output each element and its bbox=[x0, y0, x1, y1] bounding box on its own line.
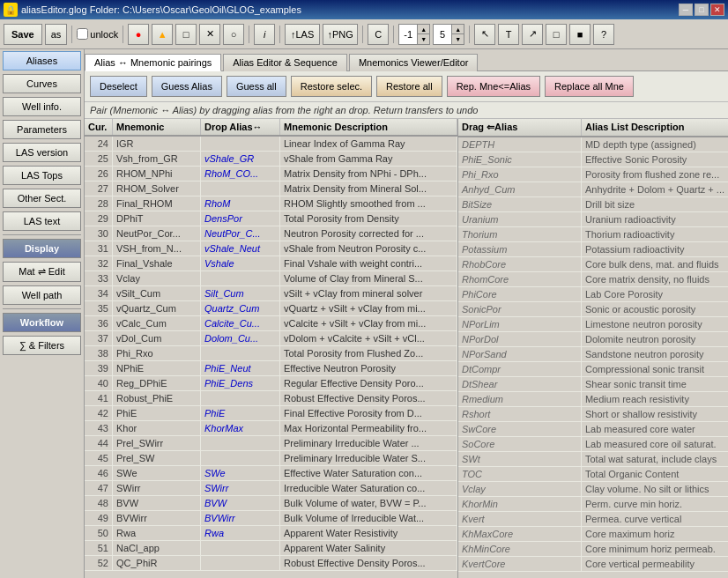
table-row[interactable]: 39 NPhiE PhiE_Neut Effective Neutron Por… bbox=[85, 361, 457, 376]
sidebar-item-workflow[interactable]: Workflow bbox=[3, 313, 81, 332]
table-row[interactable]: 40 Reg_DPhiE PhiE_Dens Regular Effective… bbox=[85, 376, 457, 391]
table-row[interactable]: 43 Khor KhorMax Max Horizontal Permeabil… bbox=[85, 421, 457, 436]
right-row[interactable]: RhobCore Core bulk dens, mat. and fluids bbox=[458, 257, 728, 272]
cell-drag-alias[interactable]: Potassium bbox=[458, 242, 582, 256]
sidebar-item-well-info[interactable]: Well info. bbox=[3, 97, 81, 116]
fill-icon[interactable]: ■ bbox=[569, 24, 591, 45]
table-row[interactable]: 26 RHOM_NPhi RhoM_CO... Matrix Density f… bbox=[85, 167, 457, 182]
right-row[interactable]: SoCore Lab measured core oil saturat. bbox=[458, 437, 728, 452]
table-row[interactable]: 38 Phi_Rxo Total Porosity from Flushed Z… bbox=[85, 346, 457, 361]
tab-mnemonics-viewer[interactable]: Mnemonics Viewer/Editor bbox=[349, 54, 479, 71]
cell-drag-alias[interactable]: Anhyd_Cum bbox=[458, 182, 582, 196]
cell-drag-alias[interactable]: KhMaxCore bbox=[458, 527, 582, 541]
cell-drag-alias[interactable]: Rmedium bbox=[458, 392, 582, 406]
sidebar-item-well-path[interactable]: Well path bbox=[3, 285, 81, 305]
toolbar-icon-i[interactable]: i bbox=[254, 24, 275, 45]
cell-drag-alias[interactable]: Phi_Rxo bbox=[458, 167, 582, 182]
toolbar-icon-circle[interactable]: ○ bbox=[223, 24, 244, 45]
right-row[interactable]: SonicPor Sonic or acoustic porosity bbox=[458, 302, 728, 317]
restore-selected-button[interactable]: Restore selec. bbox=[291, 76, 372, 97]
table-row[interactable]: 47 SWirr SWirr Irreducible Water Saturat… bbox=[85, 481, 457, 496]
right-row[interactable]: NPorDol Dolomite neutron porosity bbox=[458, 332, 728, 347]
sidebar-item-las-tops[interactable]: LAS Tops bbox=[3, 166, 81, 185]
sidebar-item-filters[interactable]: ∑ & Filters bbox=[3, 336, 81, 355]
cell-drag-alias[interactable]: RhomCore bbox=[458, 272, 582, 286]
cell-drag-alias[interactable]: NPorSand bbox=[458, 347, 582, 361]
right-row[interactable]: Rshort Short or shallow resistivity bbox=[458, 407, 728, 422]
right-row[interactable]: Phi_Rxo Porosity from flushed zone re... bbox=[458, 167, 728, 182]
table-row[interactable]: 52 QC_PhiR Robust Effective Density Poro… bbox=[85, 556, 457, 571]
save-button[interactable]: Save bbox=[4, 24, 42, 45]
cell-drag-alias[interactable]: PhiCore bbox=[458, 287, 582, 301]
sidebar-item-las-text[interactable]: LAS text bbox=[3, 211, 81, 231]
toolbar-icon-orange[interactable]: ▲ bbox=[152, 24, 173, 45]
right-row[interactable]: Rmedium Medium reach resistivity bbox=[458, 392, 728, 407]
table-row[interactable]: 37 vDol_Cum Dolom_Cu... vDolom + vCalcit… bbox=[85, 331, 457, 346]
cell-drag-alias[interactable]: PhiE_Sonic bbox=[458, 152, 582, 167]
right-row[interactable]: PhiE_Sonic Effective Sonic Porosity bbox=[458, 152, 728, 167]
cell-drag-alias[interactable]: DtShear bbox=[458, 377, 582, 391]
sidebar-item-display[interactable]: Display bbox=[3, 239, 81, 258]
cell-drag-alias[interactable]: SonicPor bbox=[458, 302, 582, 316]
toolbar-icon-square[interactable]: □ bbox=[175, 24, 197, 45]
cell-drag-alias[interactable]: KhMinCore bbox=[458, 542, 582, 556]
unlock-checkbox[interactable] bbox=[77, 28, 88, 40]
spin-down-2[interactable]: ▼ bbox=[451, 34, 464, 44]
right-row[interactable]: Kvert Permea. curve vertical bbox=[458, 512, 728, 527]
table-row[interactable]: 44 Prel_SWirr Preliminary Irreducible Wa… bbox=[85, 436, 457, 451]
cell-drag-alias[interactable]: SWt bbox=[458, 452, 582, 466]
right-row[interactable]: DtShear Shear sonic transit time bbox=[458, 377, 728, 392]
table-row[interactable]: 41 Robust_PhiE Robust Effective Density … bbox=[85, 391, 457, 406]
cell-drag-alias[interactable]: KvertCore bbox=[458, 557, 582, 571]
arrow-icon[interactable]: ↗ bbox=[522, 24, 543, 45]
guess-alias-button[interactable]: Guess Alias bbox=[152, 76, 222, 97]
right-row[interactable]: KvertCore Core vertical permeability bbox=[458, 557, 728, 572]
cell-drag-alias[interactable]: TOC bbox=[458, 467, 582, 481]
cell-drag-alias[interactable]: DEPTH bbox=[458, 137, 582, 152]
table-row[interactable]: 28 Final_RHOM RhoM RHOM Slightly smoothe… bbox=[85, 196, 457, 211]
right-row[interactable]: KhorMin Perm. curve min horiz. bbox=[458, 497, 728, 512]
right-row[interactable]: KhMinCore Core minimum horiz permeab. bbox=[458, 542, 728, 557]
table-row[interactable]: 25 Vsh_from_GR vShale_GR vShale from Gam… bbox=[85, 152, 457, 167]
cell-drag-alias[interactable]: Vclay bbox=[458, 482, 582, 496]
las-button[interactable]: ↑LAS bbox=[285, 24, 320, 45]
sidebar-item-aliases[interactable]: Aliases bbox=[3, 51, 81, 70]
png-button[interactable]: ↑PNG bbox=[323, 24, 358, 45]
right-row[interactable]: BitSize Drill bit size bbox=[458, 197, 728, 212]
right-row[interactable]: Potassium Potassium radioactivity bbox=[458, 242, 728, 257]
cell-drag-alias[interactable]: NPorLim bbox=[458, 317, 582, 331]
table-row[interactable]: 34 vSilt_Cum Silt_Cum vSilt + vClay from… bbox=[85, 286, 457, 301]
c-button[interactable]: C bbox=[368, 24, 389, 45]
right-table-scroll[interactable]: DEPTH MD depth type (assigned) PhiE_Soni… bbox=[458, 137, 728, 578]
right-row[interactable]: Thorium Thorium radioactivity bbox=[458, 227, 728, 242]
table-row[interactable]: 42 PhiE PhiE Final Effective Porosity fr… bbox=[85, 406, 457, 421]
right-row[interactable]: NPorSand Sandstone neutron porosity bbox=[458, 347, 728, 362]
text-icon[interactable]: T bbox=[498, 24, 519, 45]
replace-mne-alias-button[interactable]: Rep. Mne<=Alias bbox=[447, 76, 540, 97]
cell-drag-alias[interactable]: BitSize bbox=[458, 197, 582, 211]
table-row[interactable]: 49 BVWirr BVWirr Bulk Volume of Irreduci… bbox=[85, 511, 457, 526]
right-row[interactable]: PhiCore Lab Core Porosity bbox=[458, 287, 728, 302]
cell-drag-alias[interactable]: KhorMin bbox=[458, 497, 582, 511]
replace-all-mne-button[interactable]: Replace all Mne bbox=[545, 76, 634, 97]
table-row[interactable]: 46 SWe SWe Effective Water Saturation co… bbox=[85, 466, 457, 481]
cell-drag-alias[interactable]: DtCompr bbox=[458, 362, 582, 376]
table-row[interactable]: 50 Rwa Rwa Apparent Water Resistivity bbox=[85, 526, 457, 541]
restore-all-button[interactable]: Restore all bbox=[376, 76, 442, 97]
table-row[interactable]: 51 NaCl_app Apparent Water Salinity bbox=[85, 541, 457, 556]
sidebar-item-other-sect[interactable]: Other Sect. bbox=[3, 189, 81, 208]
table-row[interactable]: 45 Prel_SW Preliminary Irreducible Water… bbox=[85, 451, 457, 466]
spin-up-2[interactable]: ▲ bbox=[451, 25, 464, 34]
spin-down-1[interactable]: ▼ bbox=[417, 34, 429, 44]
help-icon[interactable]: ? bbox=[593, 24, 614, 45]
table-row[interactable]: 30 NeutPor_Cor... NeutPor_C... Neutron P… bbox=[85, 226, 457, 241]
table-row[interactable]: 32 Final_Vshale Vshale Final Vshale with… bbox=[85, 256, 457, 271]
toolbar-icon-red[interactable]: ● bbox=[128, 24, 149, 45]
guess-all-button[interactable]: Guess all bbox=[227, 76, 286, 97]
table-row[interactable]: 27 RHOM_Solver Matrix Density from Miner… bbox=[85, 182, 457, 196]
right-row[interactable]: TOC Total Organic Content bbox=[458, 467, 728, 482]
maximize-button[interactable]: □ bbox=[695, 4, 709, 16]
table-row[interactable]: 24 IGR Linear Index of Gamma Ray bbox=[85, 137, 457, 152]
close-button[interactable]: ✕ bbox=[710, 4, 724, 16]
unlock-checkbox-label[interactable]: unlock bbox=[77, 28, 118, 40]
